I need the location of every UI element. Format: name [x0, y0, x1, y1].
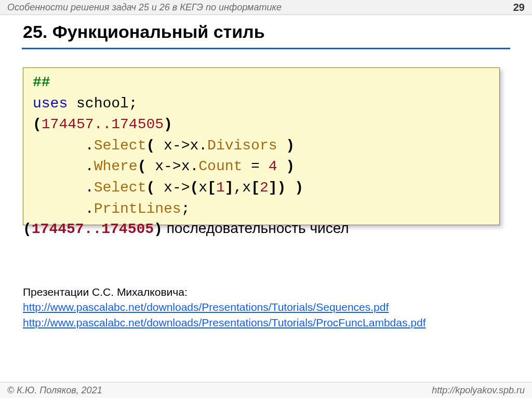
refs-intro: Презентации С.С. Михалковича: — [23, 284, 425, 299]
footer-bar: © К.Ю. Поляков, 2021 http://kpolyakov.sp… — [0, 382, 532, 398]
code-indent-7: . — [33, 201, 94, 217]
code-indent-4: . — [33, 138, 94, 154]
code-open-4: ( — [146, 138, 164, 154]
code-hash: ## — [33, 74, 50, 90]
slide: Особенности решения задач 25 и 26 в КЕГЭ… — [0, 0, 532, 398]
explain-text: последовательность чисел — [163, 220, 349, 236]
code-printlines: PrintLines — [94, 201, 181, 217]
code-close-5: ) — [277, 158, 295, 174]
code-lparen-6: ( — [190, 180, 198, 196]
code-close-4: ) — [277, 138, 295, 154]
code-semi-7: ; — [181, 201, 190, 217]
code-indent-6: . — [33, 180, 94, 196]
code-dot-5: . — [190, 158, 198, 174]
code-range: 174457..174505 — [42, 116, 164, 132]
code-br1c: ] — [225, 180, 234, 196]
footer-url: http://kpolyakov.spb.ru — [432, 385, 525, 396]
code-open-5: ( — [138, 158, 155, 174]
code-count: Count — [198, 158, 242, 174]
code-close-6: ) — [286, 180, 303, 196]
code-br2c: ] — [269, 180, 277, 196]
code-x1a: x — [198, 180, 207, 196]
code-comma: , — [234, 180, 243, 196]
code-x-5: x — [155, 158, 164, 174]
code-xdot-5: x — [181, 158, 190, 174]
code-semi-1: ; — [129, 95, 138, 112]
explain-range: 174457..174505 — [32, 221, 154, 237]
title-underline — [22, 48, 510, 49]
ref-link-1[interactable]: http://www.pascalabc.net/downloads/Prese… — [23, 301, 389, 313]
explain-lp: ( — [23, 221, 32, 237]
references: Презентации С.С. Михалковича: http://www… — [23, 284, 425, 330]
code-select-1: Select — [94, 138, 147, 154]
code-dot-4: . — [198, 138, 207, 154]
code-arrow-5: -> — [164, 158, 181, 174]
code-two: 2 — [260, 180, 269, 196]
explanation-line: (174457..174505) последовательность чисе… — [23, 220, 349, 237]
code-one: 1 — [216, 180, 225, 196]
code-arrow-4: -> — [172, 138, 190, 154]
code-where: Where — [94, 158, 138, 174]
code-eq: = — [242, 158, 268, 174]
code-divisors: Divisors — [207, 138, 277, 154]
code-xdot-4: x — [190, 138, 198, 154]
code-select-2: Select — [94, 180, 147, 196]
code-school: school — [68, 95, 129, 112]
code-block: ## uses school; (174457..174505) .Select… — [23, 67, 500, 225]
code-arrow-6: -> — [172, 180, 190, 196]
code-rparen-1: ) — [164, 116, 172, 132]
header-bar: Особенности решения задач 25 и 26 в КЕГЭ… — [0, 0, 532, 15]
code-x-4: x — [164, 138, 172, 154]
code-uses: uses — [33, 95, 68, 112]
code-x2a: x — [242, 180, 251, 196]
code-x-6: x — [164, 180, 172, 196]
ref-link-2[interactable]: http://www.pascalabc.net/downloads/Prese… — [23, 317, 425, 328]
header-subject: Особенности решения задач 25 и 26 в КЕГЭ… — [7, 2, 282, 13]
footer-copyright: © К.Ю. Поляков, 2021 — [7, 385, 102, 396]
code-lparen-1: ( — [33, 116, 42, 132]
code-br1o: [ — [207, 180, 216, 196]
code-br2o: [ — [251, 180, 260, 196]
code-indent-5: . — [33, 158, 94, 174]
slide-title: 25. Функциональный стиль — [23, 22, 265, 42]
code-rparen-6: ) — [277, 180, 286, 196]
code-open-6: ( — [146, 180, 164, 196]
explain-rp: ) — [154, 221, 163, 237]
page-number: 29 — [513, 2, 525, 13]
code-four: 4 — [269, 158, 277, 174]
